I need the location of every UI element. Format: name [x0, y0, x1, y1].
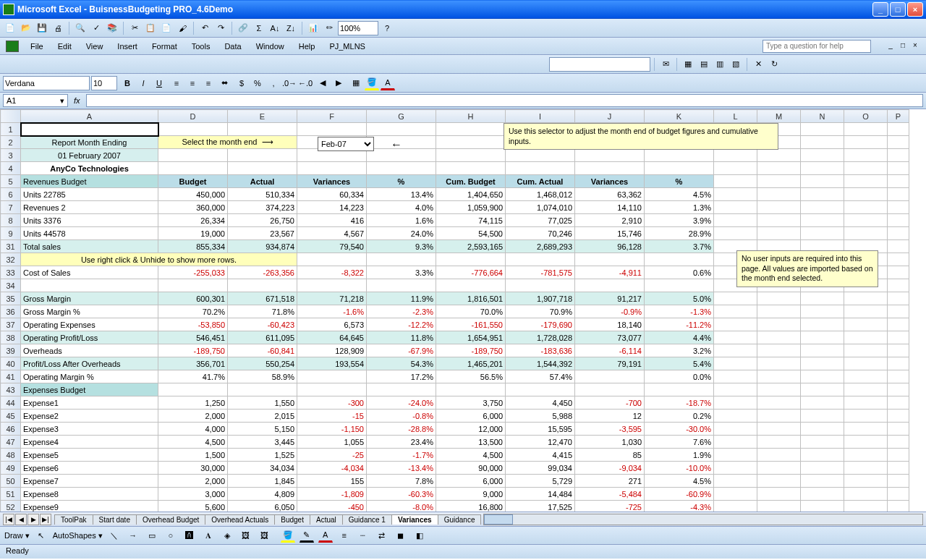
cell[interactable]: 4.4% [645, 331, 714, 344]
cell[interactable]: 4.0% [367, 201, 436, 214]
cell[interactable]: 14,484 [506, 488, 575, 501]
line-icon[interactable]: ＼ [107, 528, 122, 543]
align-center-icon[interactable]: ≡ [185, 76, 200, 90]
cell[interactable]: -781,575 [506, 266, 575, 279]
cell[interactable]: 193,554 [297, 357, 367, 370]
cell[interactable]: -1,150 [297, 423, 367, 436]
month-end-select[interactable]: Feb-07 [318, 137, 374, 151]
cell[interactable]: -53,850 [158, 318, 228, 331]
print-preview-icon[interactable]: 🔍 [73, 21, 88, 35]
formula-bar[interactable] [86, 94, 923, 107]
menu-format[interactable]: Format [149, 41, 180, 52]
menu-data[interactable]: Data [221, 41, 244, 52]
close-workbook-button[interactable]: × [910, 41, 920, 51]
cell[interactable]: 23.4% [367, 436, 436, 449]
row-header[interactable]: 46 [1, 423, 21, 436]
help-search-input[interactable] [763, 40, 871, 53]
maximize-button[interactable]: □ [890, 2, 906, 17]
cell[interactable]: 23,567 [228, 227, 297, 240]
row-label[interactable]: Revenues 2 [21, 201, 158, 214]
cell[interactable]: -9,034 [575, 462, 645, 475]
cell[interactable]: 57.4% [506, 370, 575, 383]
cell[interactable]: 9.3% [367, 240, 436, 253]
row-header[interactable]: 31 [1, 240, 21, 253]
cell[interactable]: 4,000 [158, 423, 228, 436]
horizontal-scrollbar[interactable] [483, 514, 923, 525]
cell[interactable]: 1,525 [228, 449, 297, 462]
cell[interactable]: 70.2% [158, 305, 228, 318]
currency-icon[interactable]: $ [234, 76, 249, 90]
sheet-tab[interactable]: Guidance [438, 514, 482, 525]
cell[interactable]: 1,468,012 [506, 188, 575, 201]
undo-icon[interactable]: ↶ [197, 21, 212, 35]
cell[interactable]: 5,729 [506, 475, 575, 488]
row-header[interactable]: 37 [1, 318, 21, 331]
cell[interactable]: 17,525 [506, 501, 575, 512]
cell[interactable]: 6,000 [436, 410, 506, 423]
border4-icon[interactable]: ▧ [729, 57, 743, 72]
cell[interactable]: 4,567 [297, 227, 367, 240]
cell[interactable]: 96,128 [575, 240, 645, 253]
cell[interactable]: -60,423 [228, 318, 297, 331]
row-header[interactable]: 47 [1, 436, 21, 449]
cell[interactable]: 17.2% [367, 370, 436, 383]
cell[interactable]: 356,701 [158, 357, 228, 370]
row-header[interactable]: 44 [1, 396, 21, 410]
cell[interactable]: -67.9% [367, 344, 436, 357]
drawing-icon[interactable]: ✏ [322, 21, 336, 35]
cell[interactable]: 3.2% [645, 344, 714, 357]
sort-desc-icon[interactable]: Z↓ [284, 21, 298, 35]
cell[interactable]: 855,334 [158, 240, 228, 253]
col-header[interactable]: D [158, 110, 228, 123]
col-title[interactable]: % [645, 175, 714, 188]
cell[interactable]: 5.0% [645, 292, 714, 305]
border1-icon[interactable]: ▦ [681, 57, 695, 72]
row-label[interactable]: Expense7 [21, 475, 158, 488]
underline-button[interactable]: U [152, 76, 166, 90]
tab-nav-last-icon[interactable]: ▶| [40, 514, 51, 525]
increase-decimal-icon[interactable]: .0→ [282, 76, 297, 90]
cell[interactable]: -30.0% [645, 423, 714, 436]
row-label[interactable]: Expense8 [21, 488, 158, 501]
menu-view[interactable]: View [83, 41, 106, 52]
decrease-indent-icon[interactable]: ◀ [315, 76, 330, 90]
row-header[interactable]: 39 [1, 344, 21, 357]
row-header[interactable]: 2 [1, 136, 21, 149]
sheet-tab[interactable]: Variances [391, 514, 438, 525]
cell[interactable]: 1.6% [367, 214, 436, 227]
cell[interactable]: -0.9% [575, 305, 645, 318]
cell[interactable]: 56.5% [436, 370, 506, 383]
cell[interactable]: 58.9% [228, 370, 297, 383]
cell[interactable]: -1,809 [297, 488, 367, 501]
col-header[interactable]: N [801, 110, 844, 123]
cell[interactable]: 1,055 [297, 436, 367, 449]
cell[interactable]: -10.0% [645, 462, 714, 475]
row-header[interactable]: 50 [1, 475, 21, 488]
cell[interactable]: 79,540 [297, 240, 367, 253]
cell[interactable]: 15,746 [575, 227, 645, 240]
cell[interactable]: 374,223 [228, 201, 297, 214]
cell[interactable]: 5,600 [158, 501, 228, 512]
restore-workbook-button[interactable]: _ [885, 41, 896, 51]
cell[interactable]: 3.9% [645, 214, 714, 227]
cell[interactable]: -60,841 [228, 344, 297, 357]
cell[interactable]: -189,750 [436, 344, 506, 357]
select-objects-icon[interactable]: ↖ [34, 528, 48, 543]
cell[interactable]: -725 [575, 501, 645, 512]
fill-color-icon[interactable]: 🪣 [365, 76, 379, 90]
border3-icon[interactable]: ▥ [713, 57, 727, 72]
textbox-icon[interactable]: 🅰 [182, 528, 197, 543]
col-header[interactable]: L [714, 110, 757, 123]
cut-icon[interactable]: ✂ [127, 21, 142, 35]
open-icon[interactable]: 📂 [19, 21, 33, 35]
sheet-tab[interactable]: Overhead Budget [136, 514, 205, 525]
wordart-icon[interactable]: 𝐀 [201, 528, 216, 543]
italic-button[interactable]: I [136, 76, 150, 90]
col-title[interactable]: % [367, 175, 436, 188]
row-header[interactable]: 1 [1, 123, 21, 136]
row-label[interactable]: Expense1 [21, 396, 158, 410]
save-icon[interactable]: 💾 [35, 21, 49, 35]
column-header-row[interactable]: A D E F G H I J K L M N O P [1, 110, 909, 123]
cell[interactable]: 5.4% [645, 357, 714, 370]
mail-icon[interactable]: ✉ [658, 57, 673, 72]
